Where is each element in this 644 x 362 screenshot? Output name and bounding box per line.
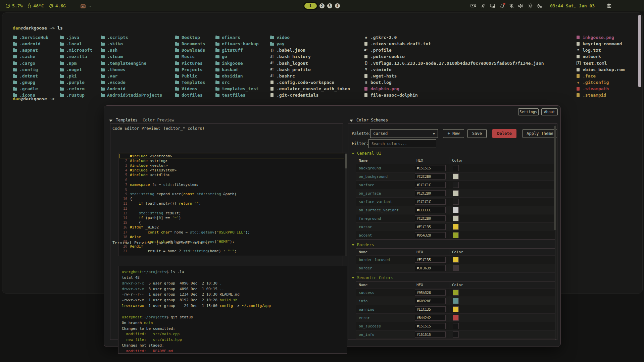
- hex-input[interactable]: [415, 224, 446, 230]
- notes-icon[interactable]: [481, 3, 486, 8]
- editor-scrollbar-thumb[interactable]: [345, 154, 347, 168]
- brightness-icon[interactable]: [528, 3, 533, 8]
- hex-input[interactable]: [415, 306, 446, 312]
- section-header-borders[interactable]: Borders: [352, 242, 554, 248]
- clock[interactable]: 03:44 Sat, Jan 03: [550, 3, 595, 8]
- hex-input[interactable]: [415, 257, 446, 263]
- ls-item-name: efivars-backup: [222, 41, 259, 46]
- color-row-cursor: cursor: [356, 222, 555, 231]
- delete-button[interactable]: Delete: [492, 129, 516, 138]
- hex-input[interactable]: [415, 315, 446, 321]
- color-swatch[interactable]: [453, 224, 459, 230]
- panel-scrollbar-track[interactable]: [555, 124, 556, 339]
- tray-robot-icon[interactable]: [606, 3, 612, 8]
- folder-icon: [13, 68, 17, 71]
- ls-item-name: go: [222, 54, 227, 59]
- notifications-icon[interactable]: [500, 3, 505, 8]
- color-swatch[interactable]: [453, 232, 459, 238]
- hex-input[interactable]: [415, 265, 446, 271]
- color-swatch[interactable]: [453, 315, 459, 321]
- folder-icon: [100, 81, 105, 84]
- terminal-scrollbar-thumb[interactable]: [638, 15, 641, 87]
- bluetooth-off-icon[interactable]: [509, 3, 514, 8]
- hex-input[interactable]: [415, 199, 446, 205]
- hex-input[interactable]: [415, 182, 446, 188]
- color-swatch[interactable]: [453, 306, 459, 312]
- line-number: 21: [118, 249, 130, 253]
- apply-theme-button[interactable]: Apply Theme: [523, 129, 557, 138]
- hex-input[interactable]: [415, 232, 446, 238]
- prompt-command: ls: [55, 25, 62, 31]
- volume-icon[interactable]: [518, 3, 524, 8]
- color-swatch[interactable]: [453, 215, 459, 221]
- collapse-icon[interactable]: [350, 119, 353, 122]
- hex-input[interactable]: [415, 290, 446, 296]
- workspace-2[interactable]: 2: [319, 3, 325, 8]
- workspace-3[interactable]: 3: [327, 3, 332, 8]
- screen-record-icon[interactable]: [470, 3, 476, 8]
- filter-label: Filter:: [352, 139, 369, 148]
- editor-scrollbar-track[interactable]: [345, 153, 347, 256]
- table-header-row: NameHEXColor: [356, 157, 555, 164]
- script-icon: #!: [364, 48, 368, 52]
- token-pl: _WIN32: [143, 225, 159, 229]
- color-swatch[interactable]: [453, 165, 459, 171]
- hex-input[interactable]: [415, 298, 446, 304]
- ls-item: .cargo: [13, 60, 48, 66]
- color-swatch[interactable]: [453, 257, 459, 263]
- color-swatch[interactable]: [453, 182, 459, 188]
- hex-input[interactable]: [415, 173, 446, 179]
- token-ty: std: [130, 192, 137, 196]
- terminal-preview[interactable]: user@host:~/projects$ ls -latotal 48drwx…: [118, 266, 347, 354]
- color-swatch[interactable]: [453, 331, 459, 338]
- terminal-preview-line: lrwxrwxrwx 1 user group 24 Dec 1 15:00 c…: [122, 303, 347, 309]
- color-swatch[interactable]: [453, 199, 459, 205]
- hex-input[interactable]: [415, 323, 446, 329]
- ls-item-name: dotfiles: [182, 93, 203, 98]
- ls-item: .steampath: [576, 86, 625, 92]
- workspace-4[interactable]: 4: [335, 3, 340, 8]
- new-palette-button[interactable]: + New: [443, 129, 464, 138]
- ls-item: .ssh: [100, 47, 162, 53]
- color-name: success: [356, 289, 413, 297]
- palette-dropdown[interactable]: cursed ▼: [370, 129, 438, 138]
- color-swatch[interactable]: [453, 298, 459, 304]
- color-swatch[interactable]: [453, 190, 459, 196]
- terminal-preview-line: Changes to be committed:: [122, 326, 347, 331]
- tab-color-preview[interactable]: Color Preview: [143, 118, 174, 122]
- prompt-user: dan: [13, 96, 20, 101]
- settings-button[interactable]: Settings: [518, 108, 539, 115]
- hex-input[interactable]: [415, 207, 446, 213]
- color-swatch[interactable]: [453, 290, 459, 296]
- collapse-icon[interactable]: [109, 119, 113, 122]
- save-button[interactable]: Save: [467, 129, 487, 138]
- ls-item: inkgoose: [215, 60, 259, 66]
- hex-input[interactable]: [415, 190, 446, 196]
- color-swatch[interactable]: [453, 323, 459, 329]
- color-swatch[interactable]: [453, 207, 459, 213]
- workspace-1-active[interactable]: 1: [304, 3, 317, 9]
- about-button[interactable]: About: [541, 108, 558, 115]
- hex-cell: [413, 330, 449, 339]
- section-header-semantic-colors[interactable]: Semantic Colors: [352, 275, 554, 280]
- token-pl: -rwxr-xr-x 1 user group 8192 Dec 2 10:28: [122, 298, 219, 302]
- folder-icon: [215, 81, 219, 84]
- hex-input[interactable]: [415, 215, 446, 221]
- hex-input[interactable]: [415, 165, 446, 171]
- hex-input[interactable]: [415, 331, 446, 338]
- script-icon: #!: [270, 67, 274, 71]
- ls-item: dolphin.png: [364, 86, 544, 92]
- folder-icon: [175, 68, 179, 71]
- search-colors-input[interactable]: [368, 139, 436, 148]
- screen-lock-icon[interactable]: [490, 3, 495, 8]
- color-swatch[interactable]: [453, 265, 459, 271]
- ls-column: DesktopDocumentsDownloadsMusicPicturesPr…: [175, 34, 205, 98]
- tab-templates[interactable]: Templates: [116, 118, 138, 122]
- ls-item: .java: [59, 34, 92, 41]
- color-swatch[interactable]: [453, 173, 459, 179]
- panel-scrollbar-thumb[interactable]: [554, 126, 556, 230]
- hex-cell: [413, 339, 449, 340]
- night-light-off-icon[interactable]: [537, 3, 542, 8]
- token-re: modified: README.md: [122, 349, 173, 353]
- section-header-general-ui[interactable]: General UI: [352, 151, 554, 156]
